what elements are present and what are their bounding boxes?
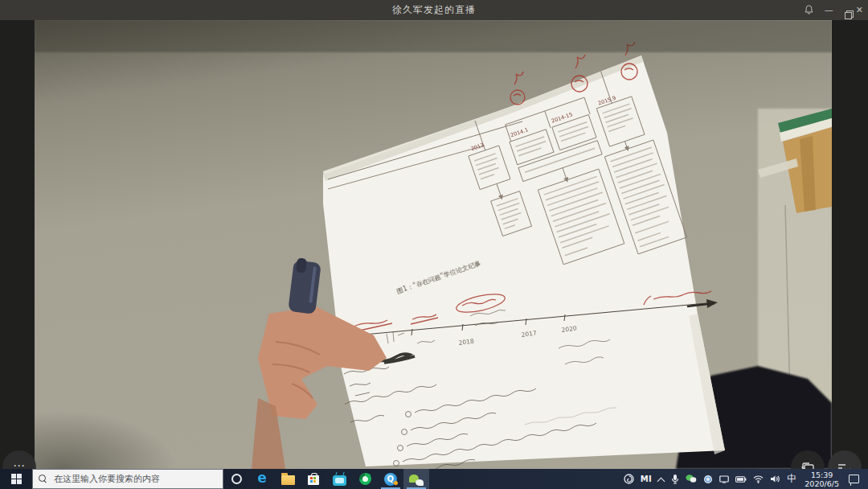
taskbar-item-store[interactable] (301, 469, 326, 489)
folder-icon (281, 475, 295, 485)
windows-logo-icon (11, 474, 22, 484)
taskbar-item-q-browser[interactable]: Q (378, 469, 403, 489)
taskbar-item-cortana[interactable] (223, 469, 249, 489)
taskbar-clock[interactable]: 15:39 2020/6/5 (800, 471, 844, 488)
minimize-button[interactable]: — (825, 6, 833, 14)
system-tray: MI 中 15:39 (620, 469, 868, 489)
tray-volume-icon[interactable] (767, 469, 784, 489)
tray-monitor-icon[interactable] (716, 469, 732, 489)
taskbar: e Q MI (0, 469, 868, 489)
taskbar-search[interactable] (32, 469, 223, 489)
tray-swirl-icon[interactable] (620, 469, 637, 489)
tray-battery-icon[interactable] (732, 469, 750, 489)
app-window: 徐久军发起的直播 — ✕ (0, 0, 868, 489)
q-browser-icon: Q (384, 473, 397, 486)
ime-indicator[interactable]: 中 (784, 469, 800, 489)
chevron-up-icon (658, 476, 665, 483)
taskbar-item-360[interactable] (352, 469, 378, 489)
clock-time: 15:39 (811, 471, 833, 479)
tray-wifi-icon[interactable] (750, 469, 767, 489)
pinned-apps: e Q (223, 469, 429, 489)
search-icon (39, 475, 47, 483)
webcam-video: 2013 2014.1 2014-15 2015.9 (35, 20, 832, 469)
taskbar-item-wechat[interactable] (403, 469, 429, 489)
tray-show-hidden-icons[interactable] (655, 469, 668, 489)
wechat-icon (409, 475, 424, 486)
tray-wechat-icon[interactable] (682, 469, 700, 489)
clock-date: 2020/6/5 (805, 479, 839, 488)
taskbar-item-edge[interactable]: e (249, 469, 275, 489)
notification-bell-icon[interactable] (805, 5, 813, 16)
close-button[interactable]: ✕ (856, 6, 863, 14)
taskbar-item-tv-app[interactable] (326, 469, 352, 489)
cortana-icon (231, 474, 242, 484)
start-button[interactable] (0, 469, 32, 489)
action-center-icon[interactable] (849, 475, 859, 483)
tray-chat-app-icon[interactable] (700, 469, 716, 489)
store-icon (308, 475, 319, 485)
tv-app-icon (333, 475, 346, 486)
green-swirl-icon (359, 473, 371, 485)
taskbar-item-explorer[interactable] (275, 469, 301, 489)
edge-icon: e (257, 471, 267, 485)
window-title: 徐久军发起的直播 (0, 3, 868, 17)
video-area: 2013 2014.1 2014-15 2015.9 (0, 20, 868, 469)
title-bar: 徐久军发起的直播 — ✕ (0, 0, 868, 20)
tray-microphone-icon[interactable] (668, 469, 682, 489)
tray-mi-icon[interactable]: MI (637, 469, 656, 489)
search-input[interactable] (52, 473, 205, 485)
